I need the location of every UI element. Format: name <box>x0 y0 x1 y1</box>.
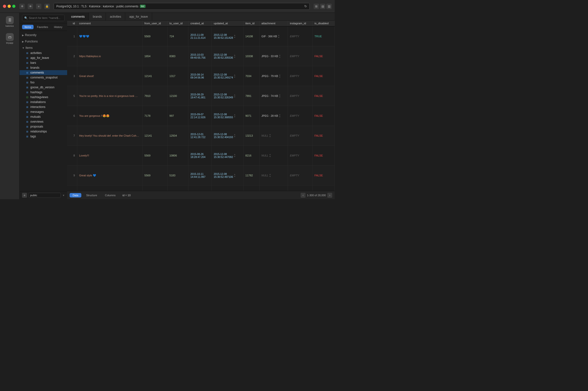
search-input-wrap[interactable]: 🔍 Search for item: ^name$... <box>22 15 65 21</box>
cell-comment[interactable]: $2a$10$HZLN88PNuWWI4ZuS91Ib8dR98Ijt0kbIv… <box>77 186 142 191</box>
sidebar-item-foo[interactable]: ⊞foo <box>20 80 67 85</box>
cell-attachment[interactable]: NULL ▲▼ <box>260 146 288 166</box>
cell-attachment[interactable]: GIF · 366 KB ▲▼ <box>260 26 288 46</box>
stepper-updated-at[interactable]: ▲▼ <box>234 74 236 78</box>
tab-items[interactable]: Items <box>22 25 34 29</box>
table-row[interactable]: 9 Great style 💙 5569 5183 2015-10-11 14:… <box>67 166 334 186</box>
cell-attachment[interactable]: JPEG · 28 KB ▲▼ <box>260 106 288 126</box>
stepper-attachment[interactable]: ▲▼ <box>269 173 271 178</box>
cell-attachment[interactable]: NULL ▲▼ <box>260 126 288 146</box>
sidebar-item-comments[interactable]: ⊞comments <box>20 70 67 75</box>
minimize-button[interactable] <box>7 5 11 8</box>
stepper-updated-at[interactable]: ▲▼ <box>234 153 236 158</box>
tab-favorites[interactable]: Favorites <box>35 25 51 29</box>
col-created-at[interactable]: created_at <box>189 21 212 26</box>
cell-comment[interactable]: 💙💙💙 <box>77 26 142 46</box>
cell-updated-at[interactable]: 2015-12-08 15:30:52.205536 ▲▼ <box>212 46 243 66</box>
prev-page-button[interactable]: ‹ <box>301 193 306 198</box>
col-id[interactable]: id <box>67 21 77 26</box>
col-is-disabled[interactable]: is_disabled <box>312 21 334 26</box>
col-attachment[interactable]: attachment <box>260 21 288 26</box>
app-item-tinyapp[interactable]: 🗃 tinyapp <box>4 32 15 46</box>
sidebar-item-mutuals[interactable]: ⊞mutuals <box>20 114 67 119</box>
col-to-user-id[interactable]: to_user_id <box>167 21 189 26</box>
sidebar-item-comments-snapshot[interactable]: ⊞comments_snapshot <box>20 75 67 80</box>
sidebar-item-installations[interactable]: ⊞installations <box>20 99 67 104</box>
cell-attachment[interactable]: NULL ▲▼ <box>260 186 288 191</box>
cell-updated-at[interactable]: 2015-12-08 15:30:52.151428 ▲▼ <box>212 26 243 46</box>
sidebar-item-tags[interactable]: ⊞tags <box>20 134 67 139</box>
lock-icon[interactable]: ⊗ <box>19 4 25 9</box>
cell-comment[interactable]: You are gorgeous !!😍😍 <box>77 106 142 126</box>
bottom-tab-columns[interactable]: Columns <box>102 193 118 197</box>
stepper-updated-at[interactable]: ▲▼ <box>234 113 236 118</box>
table-container[interactable]: id comment from_user_id to_user_id creat… <box>67 21 335 191</box>
app-item-katonice[interactable]: 🗄 katonice <box>4 15 15 29</box>
col-comment[interactable]: comment <box>77 21 142 26</box>
sidebar-item-goose-db-version[interactable]: ⊞goose_db_version <box>20 85 67 90</box>
section-header-functions[interactable]: ▶ Functions <box>20 39 67 44</box>
schema-select[interactable]: public <box>28 193 61 198</box>
cell-comment[interactable]: Hey lovely! You should def. enter the Ch… <box>77 126 142 146</box>
stepper-attachment[interactable]: ▲▼ <box>269 133 271 138</box>
stepper-updated-at[interactable]: ▲▼ <box>234 133 236 138</box>
sidebar-item-hashtagviews[interactable]: ⊡hashtagviews <box>20 95 67 99</box>
sidebar-item-bars[interactable]: ⊞bars <box>20 60 67 65</box>
tab-comments[interactable]: comments <box>67 13 89 20</box>
cell-attachment[interactable]: JPEG · 79 KB ▲▼ <box>260 66 288 86</box>
stepper-updated-at[interactable]: ▲▼ <box>234 54 236 58</box>
grid-icon[interactable]: ⊞ <box>314 4 319 9</box>
sidebar-item-interactions[interactable]: ⊞interactions <box>20 104 67 109</box>
sidebar-item-messages[interactable]: ⊞messages <box>20 109 67 114</box>
cell-updated-at[interactable]: 2015-12-08 15:30:52.249174 ▲▼ <box>212 66 243 86</box>
table-row[interactable]: 5 You're so pretty, this is a nice ni go… <box>67 86 334 106</box>
cell-attachment[interactable]: JPEG · 33 KB ▲▼ <box>260 46 288 66</box>
col-item-id[interactable]: item_id <box>243 21 260 26</box>
stepper-attachment[interactable]: ▲▼ <box>279 54 281 58</box>
panel-left-icon[interactable]: ▤ <box>320 4 325 9</box>
stepper-updated-at[interactable]: ▲▼ <box>234 34 236 38</box>
tab-activities[interactable]: activities <box>106 13 125 20</box>
col-updated-at[interactable]: updated_at <box>212 21 243 26</box>
cell-comment[interactable]: Great style 💙 <box>77 166 142 186</box>
cell-comment[interactable]: You're so pretty, this is a nice ni gorg… <box>77 86 142 106</box>
table-row[interactable]: 1 💙💙💙 5569 724 2015-11-09 21:11:21.614 2… <box>67 26 334 46</box>
tab-brands[interactable]: brands <box>89 13 106 20</box>
sidebar-item-activities[interactable]: ⊞activities <box>20 51 67 55</box>
next-page-button[interactable]: › <box>327 193 332 198</box>
table-row[interactable]: 7 Hey lovely! You should def. enter the … <box>67 126 334 146</box>
fullscreen-button[interactable] <box>12 5 15 8</box>
section-header-items[interactable]: ▼ Items <box>20 45 67 51</box>
cell-updated-at[interactable]: 2015-12-08 15:30:52.537295 ▲▼ <box>212 186 243 191</box>
eye-icon[interactable]: 👁 <box>28 4 33 9</box>
bottom-tab-structure[interactable]: Structure <box>83 193 100 197</box>
table-row[interactable]: 6 You are gorgeous !!😍😍 7178 997 2015-09… <box>67 106 334 126</box>
bottom-tab-data[interactable]: Data <box>69 193 81 197</box>
sidebar-item-brands[interactable]: ⊞brands <box>20 65 67 70</box>
cell-comment[interactable]: Lovely!!! <box>77 146 142 166</box>
table-row[interactable]: 8 Lovely!!! 5569 10806 2015-08-26 18:28:… <box>67 146 334 166</box>
sidebar-item-app-for-leave[interactable]: ⊞app_for_leave <box>20 55 67 60</box>
stepper-attachment[interactable]: ▲▼ <box>279 94 281 98</box>
sidebar-item-hashtags[interactable]: ⊞hashtags <box>20 90 67 95</box>
table-row[interactable]: 2 https://tableplus.io 1654 8383 2015-10… <box>67 46 334 66</box>
cell-comment[interactable]: Great shoot! <box>77 66 142 86</box>
table-row[interactable]: 10 $2a$10$HZLN88PNuWWI4ZuS91Ib8dR98Ijt0k… <box>67 186 334 191</box>
sidebar-item-proposals[interactable]: ⊞proposals <box>20 124 67 129</box>
stepper-updated-at[interactable]: ▲▼ <box>234 94 236 98</box>
cell-updated-at[interactable]: 2015-12-08 15:30:52.326349 ▲▼ <box>212 86 243 106</box>
cell-updated-at[interactable]: 2015-12-08 15:30:52.404193 ▲▼ <box>212 126 243 146</box>
stepper-updated-at[interactable]: ▲▼ <box>234 173 236 178</box>
cell-comment[interactable]: https://tableplus.io <box>77 46 142 66</box>
section-header-recently[interactable]: ▶ Recently <box>20 32 67 38</box>
col-instagram-id[interactable]: instagram_id <box>288 21 312 26</box>
stepper-attachment[interactable]: ▲▼ <box>269 153 271 158</box>
col-from-user-id[interactable]: from_user_id <box>142 21 167 26</box>
panel-right-icon[interactable]: ▥ <box>326 4 332 9</box>
cell-updated-at[interactable]: 2015-12-08 15:30:52.497106 ▲▼ <box>212 166 243 186</box>
cell-updated-at[interactable]: 2015-12-08 15:30:52.368555 ▲▼ <box>212 106 243 126</box>
stepper-attachment[interactable]: ▲▼ <box>278 34 280 38</box>
list-icon[interactable]: ≡ <box>36 4 41 9</box>
cell-updated-at[interactable]: 2015-12-08 15:30:52.447092 ▲▼ <box>212 146 243 166</box>
sidebar-item-overviews[interactable]: ⊞overviews <box>20 119 67 124</box>
